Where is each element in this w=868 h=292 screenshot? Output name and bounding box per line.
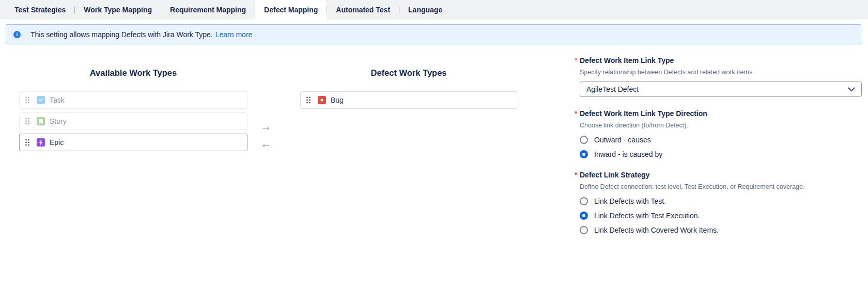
required-asterisk: * <box>575 56 577 65</box>
defect-work-types-panel: Defect Work Types Bug <box>300 44 517 112</box>
radio-link-test-execution[interactable] <box>580 212 588 220</box>
radio-link-covered-items-label: Link Defects with Covered Work Items. <box>594 226 719 234</box>
drag-handle-icon[interactable] <box>306 96 311 104</box>
epic-icon <box>37 138 45 147</box>
radio-link-test-execution-label: Link Defects with Test Execution. <box>594 212 700 220</box>
work-type-row-epic[interactable]: Epic <box>19 134 247 151</box>
work-type-label: Epic <box>50 138 64 147</box>
tab-requirement-mapping[interactable]: Requirement Mapping <box>161 0 255 20</box>
work-type-row-story[interactable]: Story <box>19 112 247 130</box>
info-banner: i This setting allows mapping Defects wi… <box>6 24 861 44</box>
available-work-types-panel: Available Work Types Task <box>19 44 247 155</box>
tab-test-strategies[interactable]: Test Strategies <box>6 0 74 20</box>
radio-link-test[interactable] <box>580 197 588 205</box>
required-asterisk: * <box>575 170 577 180</box>
work-type-label: Bug <box>331 96 344 104</box>
radio-row-outward[interactable]: Outward - causes <box>580 136 862 144</box>
required-asterisk: * <box>575 109 577 118</box>
tab-automated-test[interactable]: Automated Test <box>327 0 399 20</box>
tab-defect-mapping[interactable]: Defect Mapping <box>255 0 327 20</box>
defect-settings-panel: * Defect Work Item Link Type Specify rel… <box>575 44 862 234</box>
radio-row-link-test[interactable]: Link Defects with Test. <box>580 197 862 205</box>
drag-handle-icon[interactable] <box>25 117 30 125</box>
radio-row-inward[interactable]: Inward - is caused by <box>580 150 862 158</box>
link-type-selected-value: AgileTest Defect <box>586 85 639 93</box>
defect-work-types-title: Defect Work Types <box>300 68 517 78</box>
work-type-row-bug[interactable]: Bug <box>300 91 517 109</box>
strategy-description: Define Defect connection: test level, Te… <box>580 183 862 191</box>
info-icon: i <box>13 31 21 38</box>
radio-inward[interactable] <box>580 150 588 158</box>
radio-outward-label: Outward - causes <box>594 136 651 144</box>
settings-tab-bar: Test Strategies Work Type Mapping Requir… <box>0 0 868 20</box>
bug-icon <box>318 96 326 104</box>
link-type-select[interactable]: AgileTest Defect <box>580 82 862 97</box>
task-icon <box>37 96 45 104</box>
direction-label: * Defect Work Item Link Type Direction <box>580 109 862 118</box>
radio-link-test-label: Link Defects with Test. <box>594 197 666 205</box>
work-type-row-task[interactable]: Task <box>19 91 247 109</box>
link-type-label: * Defect Work Item Link Type <box>580 56 862 65</box>
radio-row-link-test-execution[interactable]: Link Defects with Test Execution. <box>580 212 862 220</box>
work-type-label: Story <box>50 117 67 125</box>
banner-text: This setting allows mapping Defects with… <box>30 30 213 39</box>
move-left-arrow-icon[interactable]: ← <box>261 138 272 149</box>
transfer-controls: → ← <box>247 44 285 149</box>
strategy-label: * Defect Link Strategy <box>580 170 862 180</box>
link-type-description: Specify relationship between Defects and… <box>580 68 862 76</box>
tab-work-type-mapping[interactable]: Work Type Mapping <box>75 0 161 20</box>
radio-outward[interactable] <box>580 136 588 144</box>
available-work-types-title: Available Work Types <box>19 68 247 78</box>
chevron-down-icon <box>848 87 855 92</box>
radio-row-link-covered-items[interactable]: Link Defects with Covered Work Items. <box>580 226 862 234</box>
story-icon <box>37 117 45 125</box>
drag-handle-icon[interactable] <box>25 96 30 104</box>
radio-link-covered-items[interactable] <box>580 226 588 234</box>
drag-handle-icon[interactable] <box>25 138 30 147</box>
defect-mapping-content: Available Work Types Task <box>0 44 868 234</box>
move-right-arrow-icon[interactable]: → <box>261 121 272 132</box>
radio-inward-label: Inward - is caused by <box>594 150 662 158</box>
tab-language[interactable]: Language <box>399 0 451 20</box>
learn-more-link[interactable]: Learn more <box>215 30 253 39</box>
direction-description: Choose link direction (to/from Defect). <box>580 121 862 129</box>
work-type-label: Task <box>50 96 65 104</box>
